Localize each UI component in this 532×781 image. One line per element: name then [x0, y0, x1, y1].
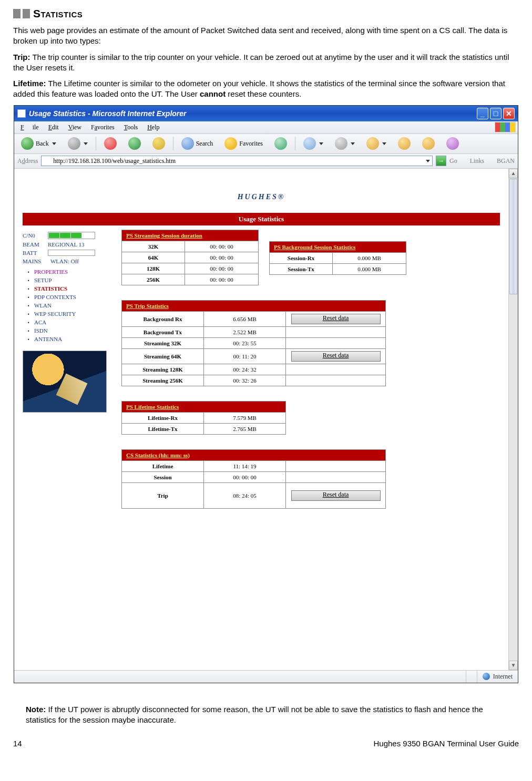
row-value: 6.656 MB — [204, 311, 286, 326]
mail-icon — [303, 137, 316, 150]
row-value: 2.765 MB — [204, 423, 286, 434]
row-action: Reset data — [286, 348, 386, 364]
print-button[interactable] — [331, 135, 359, 152]
window-title: Usage Statistics - Microsoft Internet Ex… — [29, 110, 187, 117]
row-value: 08: 24: 05 — [204, 482, 286, 508]
sidebar-item-wep-security[interactable]: WEP SECURITY — [28, 310, 112, 318]
menu-edit[interactable]: Edit — [44, 122, 63, 133]
sidebar-item-antenna[interactable]: ANTENNA — [28, 335, 112, 343]
row-key: Streaming 128K — [122, 364, 204, 375]
sidebar-item-aca[interactable]: ACA — [28, 318, 112, 326]
discuss-icon — [422, 137, 435, 150]
print-icon — [335, 137, 347, 150]
row-value: 00: 11: 20 — [204, 348, 286, 364]
row-value: 00: 24: 32 — [204, 364, 286, 375]
mail-button[interactable] — [300, 135, 327, 152]
home-button[interactable] — [149, 135, 169, 152]
maximize-button[interactable]: □ — [490, 108, 502, 119]
row-value: 7.579 MB — [204, 412, 286, 423]
sidebar-item-setup[interactable]: SETUP — [28, 276, 112, 284]
bg-session-table: PS Background Session Statistics Session… — [269, 241, 406, 275]
window-titlebar: Usage Statistics - Microsoft Internet Ex… — [14, 106, 518, 121]
home-icon — [152, 137, 165, 150]
table-row: Trip08: 24: 05Reset data — [122, 482, 386, 508]
menubar: File Edit View Favorites Tools Help — [14, 121, 518, 134]
row-action: Reset data — [286, 311, 386, 326]
scroll-thumb[interactable] — [509, 179, 517, 294]
edit-button[interactable] — [363, 135, 390, 152]
discuss-button[interactable] — [418, 135, 438, 152]
scroll-up-button[interactable]: ▲ — [509, 169, 518, 178]
page-icon — [17, 109, 26, 118]
messenger-button[interactable] — [443, 135, 463, 152]
folder-icon — [398, 137, 411, 150]
ie-window: Usage Statistics - Microsoft Internet Ex… — [14, 105, 518, 683]
row-key: Lifetime-Tx — [122, 423, 204, 434]
row-value: 0.000 MB — [333, 263, 406, 274]
row-action — [286, 337, 386, 348]
beam-label: BEAM — [23, 241, 45, 248]
favorites-button[interactable]: Favorites — [221, 135, 267, 152]
row-action — [286, 364, 386, 375]
row-key: Lifetime — [122, 460, 204, 471]
row-key: Lifetime-Rx — [122, 412, 204, 423]
messenger-icon — [446, 137, 459, 150]
menu-file[interactable]: File — [16, 122, 43, 133]
table-row: Background Tx2.522 MB — [122, 326, 386, 337]
sidebar-item-pdp-contexts[interactable]: PDP CONTEXTS — [28, 293, 112, 301]
chevron-down-icon[interactable] — [426, 160, 430, 162]
reset-button[interactable]: Reset data — [291, 351, 381, 362]
minimize-button[interactable]: _ — [477, 108, 488, 119]
vertical-scrollbar[interactable]: ▲ ▼ — [508, 169, 518, 670]
row-key: Streaming 64K — [122, 348, 204, 364]
section-marker-icon — [13, 9, 30, 18]
edit-icon — [366, 137, 379, 150]
row-key: Session-Tx — [270, 263, 333, 274]
close-button[interactable]: ✕ — [503, 108, 515, 119]
table-row: 64K00: 00: 00 — [122, 252, 259, 263]
address-input[interactable]: http://192.168.128.100/web/usage_statist… — [41, 156, 433, 166]
links-label: Links — [470, 157, 484, 165]
sidebar-item-isdn[interactable]: ISDN — [28, 326, 112, 335]
menu-favorites[interactable]: Favorites — [87, 122, 119, 133]
sidebar-item-properties[interactable]: PROPERTIES — [28, 268, 112, 276]
menu-tools[interactable]: Tools — [120, 122, 142, 133]
row-key: 256K — [122, 274, 185, 285]
address-url: http://192.168.128.100/web/usage_statist… — [53, 157, 176, 165]
lifetime-table: PS Lifetime Statistics Lifetime-Rx7.579 … — [121, 401, 286, 435]
search-button[interactable]: Search — [178, 135, 217, 152]
lifetime-header: PS Lifetime Statistics — [122, 401, 286, 412]
menu-help[interactable]: Help — [143, 122, 163, 133]
section-title: Statistics — [33, 7, 83, 20]
sidebar-nav: PROPERTIESSETUPSTATISTICSPDP CONTEXTSWLA… — [23, 268, 112, 343]
windows-logo-icon — [495, 122, 516, 132]
bg-header: PS Background Session Statistics — [270, 241, 406, 252]
stop-button[interactable] — [100, 135, 120, 152]
scroll-down-button[interactable]: ▼ — [509, 661, 518, 670]
sidebar-item-statistics[interactable]: STATISTICS — [28, 284, 112, 293]
forward-button[interactable] — [64, 135, 91, 152]
search-icon — [181, 137, 194, 150]
table-row: Background Rx6.656 MBReset data — [122, 311, 386, 326]
battery-meter — [48, 250, 95, 256]
sidebar-item-wlan[interactable]: WLAN — [28, 301, 112, 310]
zone-label: Internet — [493, 673, 513, 681]
history-button[interactable] — [271, 135, 291, 152]
refresh-button[interactable] — [125, 135, 145, 152]
reset-button[interactable]: Reset data — [291, 490, 381, 501]
lifetime-cannot: cannot — [200, 89, 226, 98]
reset-button[interactable]: Reset data — [291, 314, 381, 324]
row-value: 00: 00: 00 — [185, 263, 259, 274]
table-row: Streaming 256K00: 32: 26 — [122, 375, 386, 386]
page-icon — [487, 157, 495, 165]
links-item-bgan[interactable]: BGAN — [487, 157, 515, 165]
go-button[interactable]: → — [436, 156, 446, 166]
research-button[interactable] — [394, 135, 414, 152]
wlan-label: WLAN: Off — [50, 258, 79, 264]
table-row: Session00: 00: 00 — [122, 471, 386, 482]
go-label: Go — [449, 157, 457, 165]
menu-view[interactable]: View — [64, 122, 86, 133]
back-button[interactable]: Back — [17, 135, 60, 152]
row-key: Background Rx — [122, 311, 204, 326]
trip-header: PS Trip Statistics — [122, 300, 386, 311]
